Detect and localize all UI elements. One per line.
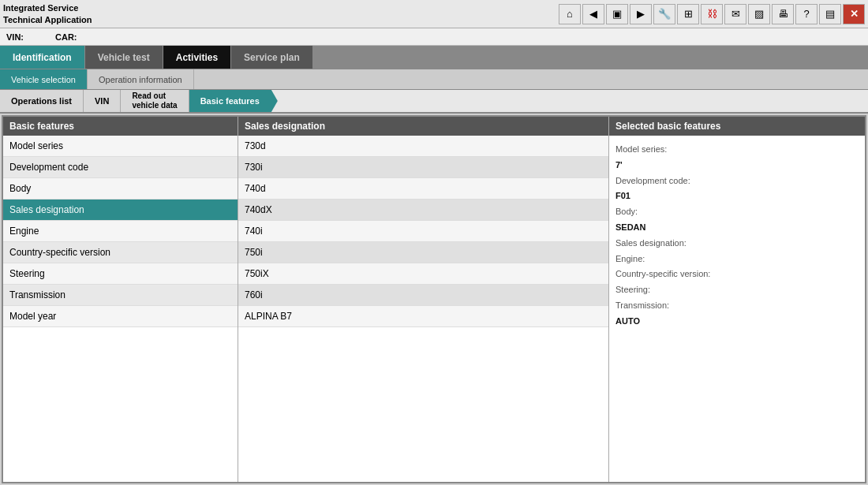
- tab-activities[interactable]: Activities: [163, 46, 231, 69]
- breadcrumb-vin[interactable]: VIN: [84, 90, 121, 112]
- forward-button[interactable]: ▶: [630, 4, 652, 24]
- sales-list: 730d 730i 740d 740dX 740i 750i 750iX 760…: [238, 136, 608, 482]
- sales-item-730i[interactable]: 730i: [238, 157, 608, 178]
- grid-button[interactable]: ⊞: [677, 4, 699, 24]
- sales-item-730d[interactable]: 730d: [238, 136, 608, 157]
- print-button[interactable]: 🖶: [772, 4, 794, 24]
- subtab-vehicle-selection[interactable]: Vehicle selection: [0, 69, 88, 89]
- breadcrumb-read-out[interactable]: Read out vehicle data: [121, 90, 189, 112]
- home-button[interactable]: ⌂: [559, 4, 581, 24]
- feature-sales-designation[interactable]: Sales designation: [3, 200, 238, 221]
- sales-item-760i[interactable]: 760i: [238, 285, 608, 306]
- app-title: Integrated Service Technical Application: [3, 2, 559, 25]
- breadcrumb-bar: Operations list VIN Read out vehicle dat…: [0, 90, 868, 114]
- field-steering: Steering:: [615, 282, 859, 298]
- wrench-button[interactable]: 🔧: [653, 4, 675, 24]
- field-transmission: Transmission: AUTO: [615, 298, 859, 330]
- sales-item-740dx[interactable]: 740dX: [238, 200, 608, 221]
- tab-empty2: [498, 46, 683, 69]
- main-tabs: Identification Vehicle test Activities S…: [0, 46, 868, 69]
- feature-development-code[interactable]: Development code: [3, 157, 238, 178]
- left-panel-header: Basic features: [3, 117, 238, 136]
- title-bar: Integrated Service Technical Application…: [0, 0, 868, 28]
- field-dev-code: Development code: F01: [615, 173, 859, 205]
- sales-item-740i[interactable]: 740i: [238, 221, 608, 242]
- breadcrumb-operations-list[interactable]: Operations list: [0, 90, 84, 112]
- right-panel: Selected basic features Model series: 7'…: [609, 117, 865, 482]
- field-model-series: Model series: 7': [615, 142, 859, 173]
- back-button[interactable]: ◀: [582, 4, 604, 24]
- tab-service-plan[interactable]: Service plan: [231, 46, 313, 69]
- page-button[interactable]: ▣: [606, 4, 628, 24]
- toolbar: ⌂ ◀ ▣ ▶ 🔧 ⊞ ⛓ ✉ ▨ 🖶 ? ▤ ✕: [559, 4, 865, 24]
- close-button[interactable]: ✕: [843, 4, 865, 24]
- tab-vehicle-test[interactable]: Vehicle test: [85, 46, 163, 69]
- sales-item-750ix[interactable]: 750iX: [238, 263, 608, 285]
- right-panel-header: Selected basic features: [609, 117, 865, 136]
- mid-panel-header: Sales designation: [238, 117, 608, 136]
- sub-tabs: Vehicle selection Operation information: [0, 69, 868, 90]
- sales-item-750i[interactable]: 750i: [238, 242, 608, 263]
- feature-body[interactable]: Body: [3, 178, 238, 200]
- tab-empty1: [313, 46, 498, 69]
- tab-identification[interactable]: Identification: [0, 46, 85, 69]
- feature-steering[interactable]: Steering: [3, 263, 238, 285]
- content-area: Basic features Model series Development …: [2, 115, 866, 483]
- selected-features-content: Model series: 7' Development code: F01 B…: [609, 136, 865, 336]
- mid-panel: Sales designation 730d 730i 740d 740dX 7…: [238, 117, 609, 482]
- feature-model-series[interactable]: Model series: [3, 136, 238, 157]
- feature-transmission[interactable]: Transmission: [3, 285, 238, 306]
- mail-button[interactable]: ✉: [724, 4, 746, 24]
- feature-country-version[interactable]: Country-specific version: [3, 242, 238, 263]
- sales-item-740d[interactable]: 740d: [238, 178, 608, 200]
- battery-button[interactable]: ▨: [748, 4, 770, 24]
- feature-engine[interactable]: Engine: [3, 221, 238, 242]
- field-country-ver: Country-specific version:: [615, 267, 859, 282]
- vin-bar: VIN: CAR:: [0, 28, 868, 46]
- field-sales-desig: Sales designation:: [615, 236, 859, 252]
- feature-model-year[interactable]: Model year: [3, 306, 238, 327]
- breadcrumb-basic-features[interactable]: Basic features: [189, 90, 278, 112]
- field-body: Body: SEDAN: [615, 204, 859, 236]
- vin-label: VIN:: [6, 32, 24, 42]
- tray-button[interactable]: ▤: [819, 4, 841, 24]
- left-panel: Basic features Model series Development …: [3, 117, 238, 482]
- tab-empty3: [683, 46, 868, 69]
- car-label: CAR:: [55, 32, 77, 42]
- feature-list: Model series Development code Body Sales…: [3, 136, 238, 482]
- link-button[interactable]: ⛓: [701, 4, 723, 24]
- sales-item-alpina[interactable]: ALPINA B7: [238, 306, 608, 327]
- field-engine: Engine:: [615, 252, 859, 267]
- help-button[interactable]: ?: [795, 4, 817, 24]
- subtab-operation-info[interactable]: Operation information: [88, 69, 194, 89]
